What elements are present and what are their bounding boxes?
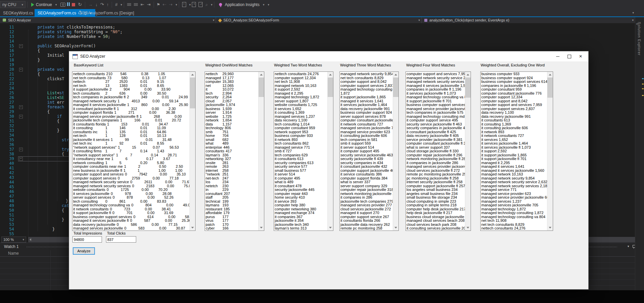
list-item[interactable]: managed services jacksonville 705 [481,203,547,207]
diagnostics-icon[interactable]: # [115,2,117,7]
immediate-window-icon[interactable] [134,3,138,6]
indent-increase-icon[interactable]: ⇥ [147,2,151,7]
list-item[interactable]: networking327 [206,157,258,161]
line-number[interactable]: 51 [0,213,14,217]
list-item[interactable]: it computer support 495 [340,149,393,153]
scroll-up-icon[interactable] [467,74,469,75]
list-item[interactable]: purus177 [206,215,258,219]
list-item[interactable]: it consultant jacksonville 432 [340,165,393,169]
list-item[interactable]: managed cloud services beach 208 [407,219,465,223]
code-line[interactable]: 14 [0,39,635,44]
list-item[interactable]: jacksonville tech companies11660.0120.72 [73,118,190,122]
list-item[interactable]: security2,264 [206,95,258,99]
list-item[interactable]: security jacksonville fl 439 [340,157,393,161]
scroll-up-icon[interactable] [260,74,263,75]
window-title-bar[interactable]: SEO Analyzer ✕ [69,51,588,61]
show-next-statement-icon[interactable]: → [88,2,93,7]
list-item[interactable]: server support05770.0070.24 [73,231,190,231]
fold-marker-icon[interactable]: − [19,157,23,161]
list-item[interactable]: companies in jacksonville fl 1,196 [407,88,465,92]
scroll-down-icon[interactable] [549,227,551,229]
break-all-icon[interactable] [67,2,70,7]
line-number[interactable]: 53 [0,222,14,227]
list-item[interactable]: it consulting services jacksonville 207 [407,226,465,231]
list-item[interactable]: net tech 11,908 [481,219,547,223]
line-number[interactable]: 55 [0,232,14,236]
list-item[interactable]: managed network security service 2,632 [481,180,547,184]
line-number[interactable]: 16 [0,48,14,53]
list-item[interactable]: consultants inc11350.0164.86 [73,130,190,134]
list-item[interactable]: net tech consultants735800.131.07 [73,76,190,80]
list-item[interactable]: net tech inc1920.018.55 [73,142,190,146]
step-out-icon[interactable]: ↑ [107,2,109,7]
list-item[interactable]: managed network security service026110.0… [73,180,190,184]
line-number[interactable]: 25 [0,91,14,95]
list-item[interactable]: managed services jacksonville 705 [340,126,393,130]
application-insights-button[interactable]: Application Insights ▾ ▾ [216,1,271,8]
step-into-icon[interactable]: ↓ [95,2,98,7]
tab-seokeyword[interactable]: SEOKeyWord.cs [0,9,36,17]
vertical-scrollbar[interactable] [190,72,195,231]
list-item[interactable]: computer support 12,334 [481,95,547,99]
list-item[interactable]: managed services jacksonville05830.0030.… [73,226,190,231]
list-item[interactable]: tech companies in jacksonville 575 [407,111,465,115]
list-item[interactable]: remote pc monitoring jacksonville 258 [407,172,465,176]
list-item[interactable]: managed technology consulting 1,872 [481,211,547,215]
list-item[interactable]: consultant207 [206,192,258,196]
breadcrumb-project[interactable]: SEO Analyzer ▾ [0,17,216,23]
list-item[interactable]: cloud storage jacksonville fl 330 [407,149,465,153]
list-item[interactable]: it consultants florida 266 [340,219,393,223]
fold-marker-icon[interactable]: − [19,105,23,109]
continue-button[interactable]: Continue ▾ [29,1,59,8]
list-item[interactable]: managed exchange 374 [275,211,327,215]
basekeyword-listbox[interactable]: nettech consultants2105460.381.05net tec… [72,71,196,231]
line-number[interactable]: 37 [0,147,14,152]
list-item[interactable]: smb it support 559 [340,142,393,146]
list-item[interactable]: net tech 11,908 [275,80,327,84]
vertical-scrollbar[interactable] [393,72,398,231]
restart-icon[interactable]: ↻ [78,2,82,7]
list-item[interactable]: managed network security 9,854 [340,72,393,76]
list-item[interactable]: server1,914 [206,111,258,115]
twoword-listbox[interactable]: nettech consultants 24,276computer suppo… [274,71,333,231]
minimize-button[interactable] [552,53,564,60]
code-line[interactable]: 15−public SEOAnalyzerForm() [0,44,635,48]
list-item[interactable]: remote pc monitoring 258 [340,226,393,231]
list-item[interactable]: business computer support services 614 [481,80,547,84]
list-item[interactable]: business computer support services 614 [407,103,465,107]
list-item[interactable]: nettech2725200.019.15 [73,80,190,84]
scroll-up-icon[interactable] [394,74,397,75]
line-number[interactable]: 27 [0,100,14,105]
line-number[interactable]: 43 [0,175,14,180]
list-item[interactable]: internet security jacksonville 258 [340,231,393,231]
list-item[interactable]: what is 489 [275,180,327,184]
stop-debugging-icon[interactable] [72,3,75,6]
list-item[interactable]: it services jacksonville 1,464 [340,103,393,107]
vertical-scrollbar[interactable] [465,72,471,231]
overflow-chevron-icon[interactable]: ▾ [211,3,213,6]
list-item[interactable]: managed technology consulting va08040.00… [73,203,190,207]
scroll-left-icon[interactable] [30,238,31,241]
prev-bookmark-icon[interactable]: ⇠ [163,2,166,7]
list-item[interactable]: "network251 [206,172,258,176]
list-item[interactable]: smb it 727 [275,149,327,153]
list-item[interactable]: data recovery jacksonville fl 405 [407,134,465,138]
line-number[interactable]: 11 [0,25,14,30]
list-item[interactable]: nettech consultants2105460.381.05 [73,72,190,76]
scrollbar-thumb[interactable] [190,78,195,108]
oneword-listbox[interactable]: nettech29,960managed17,177computer15,383… [205,71,264,231]
scroll-down-icon[interactable] [260,227,263,229]
indent-decrease-icon[interactable]: ⇤ [141,2,144,7]
bookmark-icon[interactable]: ⚑ [157,2,160,7]
list-item[interactable]: it service consultants 386 [340,172,393,176]
list-item[interactable]: website consultants017250.0070.20 [73,188,190,192]
fold-marker-icon[interactable]: − [19,68,23,71]
list-item[interactable]: small682 [206,138,258,142]
code-line[interactable]: 12private string formatString = "N0"; [0,30,635,34]
zoom-control[interactable]: 100 % ▾ [1,237,26,243]
list-item[interactable]: managed services provider jacksonville 2… [407,165,465,169]
total-clicks-input[interactable] [106,236,136,243]
list-item[interactable]: in229 [206,188,258,192]
list-item[interactable]: managed it services jacksonville fl05870… [73,219,190,223]
list-item[interactable]: computer help 380 [275,203,327,207]
